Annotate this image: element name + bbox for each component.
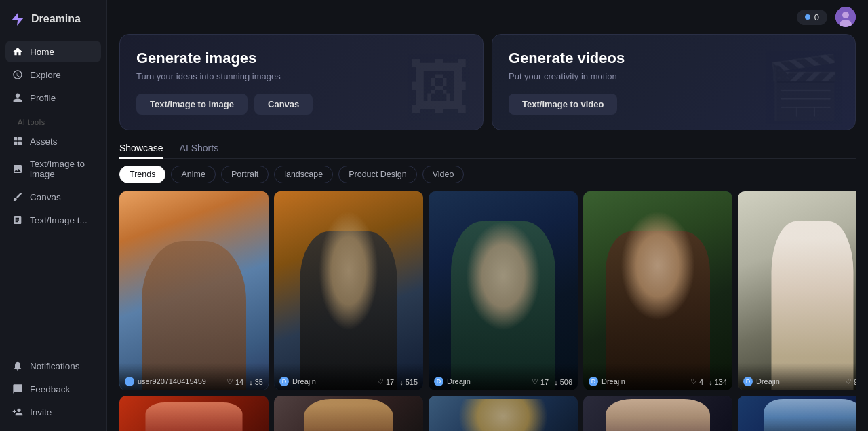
gallery-item[interactable] [429, 396, 578, 431]
gallery-item[interactable]: D Dreajin ♡ 9 ↓ 198 [738, 191, 856, 390]
sidebar-text-image2-label: Text/Image t... [30, 215, 87, 225]
generate-images-subtitle: Turn your ideas into stunning images [136, 71, 467, 81]
assets-icon [12, 136, 23, 147]
likes-stat: ♡ 9 [845, 377, 856, 386]
likes-stat: ♡ 14 [226, 377, 243, 386]
feedback-icon [12, 383, 23, 394]
svg-marker-0 [12, 12, 24, 26]
gallery-item[interactable] [274, 396, 423, 431]
sidebar-explore-label: Explore [30, 70, 61, 80]
app-logo[interactable]: Dreamina [0, 0, 106, 38]
downloads-stat: ↓ 515 [399, 378, 418, 386]
filter-portrait[interactable]: Portrait [221, 166, 269, 183]
downloads-stat: ↓ 35 [249, 378, 263, 386]
sidebar-item-canvas[interactable]: Canvas [5, 186, 101, 208]
main-tabs: Showcase AI Shorts [119, 138, 856, 159]
filter-anime[interactable]: Anime [171, 166, 215, 183]
generate-videos-card: Generate videos Put your creativity in m… [492, 34, 856, 130]
images-buttons: Text/Image to image Canvas [136, 94, 467, 115]
gallery-grid: user9207140415459 ♡ 14 ↓ 35 D [119, 191, 856, 431]
canvas-icon [12, 191, 23, 202]
bell-icon [12, 360, 23, 371]
text-video-button[interactable]: Text/Image to video [509, 94, 617, 115]
sidebar-feedback-label: Feedback [30, 384, 70, 394]
credits-indicator [805, 14, 810, 20]
gallery-item-stats: ♡ 9 ↓ 198 [845, 377, 856, 386]
svg-rect-1 [14, 137, 17, 140]
avatar-image [835, 7, 856, 27]
sidebar-nav: Home Explore Profile AI tools Assets Tex… [0, 41, 106, 231]
gallery: user9207140415459 ♡ 14 ↓ 35 D [107, 191, 868, 431]
sidebar-item-assets[interactable]: Assets [5, 130, 101, 152]
tabs-section: Showcase AI Shorts Trends Anime Portrait… [107, 138, 868, 191]
gallery-item[interactable]: D Dreajin ♡ 17 ↓ 506 [429, 191, 578, 390]
downloads-stat: ↓ 134 [709, 378, 727, 386]
gallery-item-user: D Dreajin [743, 377, 780, 386]
gallery-item[interactable] [119, 396, 269, 431]
filter-trends[interactable]: Trends [119, 166, 165, 183]
gallery-user-name: user9207140415459 [138, 377, 206, 386]
downloads-stat: ↓ 506 [554, 378, 572, 386]
gallery-item[interactable] [738, 396, 856, 431]
generate-videos-subtitle: Put your creativity in motion [509, 71, 839, 81]
tab-ai-shorts[interactable]: AI Shorts [180, 138, 219, 159]
topbar: 0 [107, 0, 868, 34]
avatar[interactable] [835, 7, 856, 27]
sidebar-assets-label: Assets [30, 136, 58, 147]
gallery-item-info: D Dreajin ♡ 17 ↓ 506 [429, 363, 578, 390]
explore-icon [12, 69, 23, 80]
sidebar-item-text-image2[interactable]: Text/Image t... [5, 209, 101, 231]
credits-value: 0 [814, 12, 819, 22]
gallery-item[interactable]: D Dreajin ♡ 4 ↓ 134 [583, 191, 732, 390]
gallery-item[interactable]: D Dreajin ♡ 17 ↓ 515 [274, 191, 423, 390]
ai-tools-label: AI tools [5, 110, 101, 129]
canvas-button[interactable]: Canvas [254, 94, 313, 115]
svg-rect-4 [18, 142, 22, 145]
sidebar-item-text-image[interactable]: Text/Image to image [5, 153, 101, 185]
gallery-user-name: Dreajin [447, 377, 471, 386]
filter-product-design[interactable]: Product Design [338, 166, 416, 183]
app-name: Dreamina [31, 13, 81, 25]
filter-landscape[interactable]: landscape [274, 166, 333, 183]
sidebar-bottom: Notifications Feedback Invite [0, 355, 106, 431]
likes-stat: ♡ 4 [690, 377, 703, 386]
sidebar: Dreamina Home Explore Profile AI tools A… [0, 0, 107, 431]
sidebar-profile-label: Profile [30, 93, 56, 103]
main-content: 0 Generate images Turn your ideas into s… [107, 0, 868, 431]
sidebar-item-invite[interactable]: Invite [5, 401, 101, 423]
hero-section: Generate images Turn your ideas into stu… [107, 34, 868, 138]
text-image2-icon [12, 214, 23, 225]
videos-buttons: Text/Image to video [509, 94, 839, 115]
sidebar-item-feedback[interactable]: Feedback [5, 378, 101, 400]
gallery-user-name: Dreajin [292, 377, 316, 386]
gallery-item-stats: ♡ 14 ↓ 35 [226, 377, 263, 386]
text-image-button[interactable]: Text/Image to image [136, 94, 248, 115]
sidebar-canvas-label: Canvas [30, 192, 61, 202]
logo-icon [9, 11, 26, 27]
text-image-icon [12, 164, 23, 174]
svg-rect-3 [14, 142, 17, 145]
sidebar-item-home[interactable]: Home [5, 41, 101, 62]
gallery-item-stats: ♡ 4 ↓ 134 [690, 377, 727, 386]
gallery-user-name: Dreajin [601, 377, 625, 386]
likes-stat: ♡ 17 [377, 377, 394, 386]
home-icon [12, 46, 23, 57]
gallery-item[interactable]: user9207140415459 ♡ 14 ↓ 35 [119, 191, 269, 390]
filter-video[interactable]: Video [422, 166, 465, 183]
sidebar-item-profile[interactable]: Profile [5, 87, 101, 109]
gallery-item[interactable] [583, 396, 732, 431]
gallery-item-info: D Dreajin ♡ 17 ↓ 515 [274, 363, 423, 390]
gallery-item-user: D Dreajin [589, 377, 625, 386]
gallery-item-info: D Dreajin ♡ 9 ↓ 198 [738, 363, 856, 390]
gallery-item-stats: ♡ 17 ↓ 515 [377, 377, 418, 386]
sidebar-item-explore[interactable]: Explore [5, 64, 101, 86]
profile-icon [12, 92, 23, 103]
tab-showcase[interactable]: Showcase [119, 138, 163, 159]
sidebar-item-notifications[interactable]: Notifications [5, 355, 101, 377]
gallery-item-info: D Dreajin ♡ 4 ↓ 134 [583, 363, 732, 390]
gallery-item-stats: ♡ 17 ↓ 506 [532, 377, 572, 386]
generate-images-card: Generate images Turn your ideas into stu… [119, 34, 484, 130]
likes-stat: ♡ 17 [532, 377, 549, 386]
sidebar-invite-label: Invite [30, 407, 52, 417]
svg-rect-2 [18, 137, 22, 140]
